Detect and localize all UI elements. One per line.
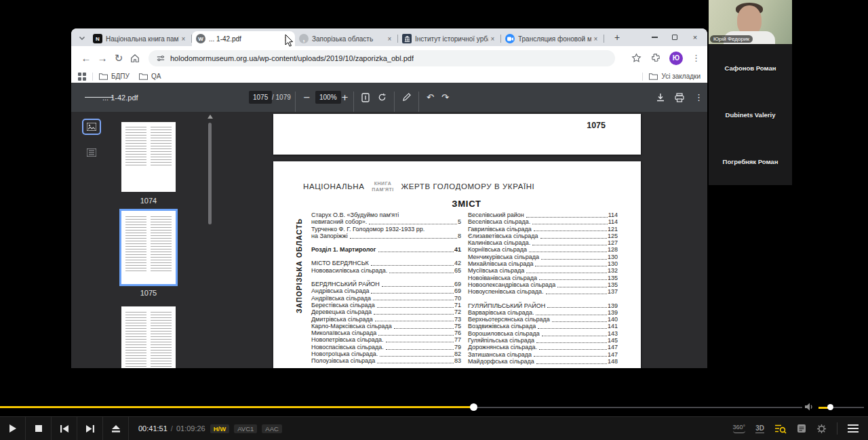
undo-icon[interactable]: ↶ <box>427 83 434 112</box>
pdf-page-input[interactable]: 1075 <box>249 91 272 104</box>
browser-tab[interactable]: Інститут історичної урбані× <box>398 31 501 46</box>
seek-bar-remaining[interactable] <box>473 407 802 408</box>
tab-close-icon[interactable]: × <box>488 35 497 43</box>
all-bookmarks[interactable]: Усі закладки <box>636 73 701 81</box>
back-button[interactable]: ← <box>78 50 94 66</box>
toc-dot-leader <box>373 300 454 300</box>
toc-dot-leader <box>378 335 454 336</box>
toc-entry-page: 139 <box>608 302 618 309</box>
page-thumbnail[interactable] <box>121 306 176 368</box>
toc-entry-label: Новопетрівська сільрада. <box>311 336 384 343</box>
outline-view-button[interactable] <box>83 146 100 159</box>
toc-entry: Деревецька сільрада72 <box>311 308 461 315</box>
toc-entry: Ворошиловська сільрада143 <box>468 330 618 337</box>
print-icon[interactable] <box>675 83 684 112</box>
settings-gear-icon[interactable] <box>816 424 827 434</box>
tab-close-icon[interactable]: × <box>179 35 188 43</box>
browser-tab[interactable]: ,Запорізька область× <box>295 31 398 46</box>
previous-button[interactable] <box>52 417 77 440</box>
toc-entry-page: 121 <box>608 226 618 233</box>
toc-entry-page: 135 <box>608 275 618 281</box>
page-thumbnail[interactable] <box>121 122 176 192</box>
tab-close-icon[interactable]: × <box>385 35 394 43</box>
toc-entry-page: 137 <box>608 288 618 295</box>
bookmark-star-icon[interactable] <box>631 53 642 63</box>
browser-menu-icon[interactable]: ⋮ <box>692 53 701 63</box>
volume-speaker-icon[interactable] <box>804 402 814 412</box>
close-window-button[interactable]: × <box>691 33 699 41</box>
toc-entry: Новоолександрівська сільрада135 <box>468 281 618 288</box>
zoom-in-icon[interactable]: + <box>341 83 349 112</box>
browser-tab[interactable]: NНаціональна книга пам'ят× <box>89 31 192 46</box>
toc-entry-page: 114 <box>608 218 618 225</box>
site-info-icon[interactable] <box>157 54 165 62</box>
tab-search-chevron-icon[interactable] <box>77 33 87 43</box>
address-bar[interactable]: holodomormuseum.org.ua/wp-content/upload… <box>149 50 615 66</box>
minimize-button[interactable] <box>650 33 658 41</box>
play-button[interactable] <box>0 417 26 440</box>
toc-entry-page: 140 <box>608 316 618 323</box>
toc-dot-leader <box>377 307 454 308</box>
playlist-doc-icon[interactable] <box>797 424 806 433</box>
total-duration: 01:09:26 <box>176 424 205 433</box>
time-display: 00:41:51 / 01:09:26 <box>138 424 205 433</box>
quote-site-icon: , <box>299 34 309 43</box>
toc-entry-label: Андріївська сільрада <box>311 295 371 302</box>
forward-button[interactable]: → <box>94 50 111 66</box>
toc-entry: на Запоріжжі8 <box>311 233 461 239</box>
maximize-button[interactable] <box>671 33 679 41</box>
new-tab-button[interactable]: + <box>611 31 623 43</box>
zoom-meeting-icon <box>505 34 515 43</box>
apps-grid-icon[interactable] <box>78 73 86 81</box>
tab-close-icon[interactable]: × <box>591 35 600 43</box>
pdf-zoom-level[interactable]: 100% <box>315 91 341 104</box>
toc-entry-label: Дорожнянська сільрада. <box>468 344 537 351</box>
download-icon[interactable] <box>656 83 665 112</box>
view-360-button[interactable]: 360° <box>733 424 746 433</box>
toc-entry: Полоузівська сільрада83 <box>311 357 461 364</box>
seek-handle[interactable] <box>470 403 477 411</box>
participant-tile: Погребняк Роман <box>709 138 792 185</box>
extensions-icon[interactable] <box>650 53 660 63</box>
rotate-icon[interactable] <box>378 83 387 112</box>
toc-entry-label: Веселівська сільрада. <box>468 218 530 225</box>
stop-button[interactable] <box>26 417 52 440</box>
seek-bar-filled[interactable] <box>0 406 473 408</box>
zoom-out-icon[interactable]: − <box>303 83 311 112</box>
player-menu-icon[interactable] <box>848 422 859 435</box>
reload-button[interactable]: ↻ <box>111 50 127 66</box>
toc-dot-leader <box>389 273 454 273</box>
toc-dot-leader <box>375 321 454 321</box>
tab-title: Запорізька область <box>312 35 385 43</box>
profile-avatar[interactable]: Ю <box>669 52 683 65</box>
thumbnail-page-number: 1075 <box>101 289 196 297</box>
toc-dot-leader <box>540 238 607 239</box>
toc-entry: Корніївська сільрада128 <box>468 246 618 253</box>
volume-handle[interactable] <box>827 404 833 410</box>
bookmark-label: БДПУ <box>111 73 130 80</box>
sidebar-scrollbar[interactable] <box>208 113 212 367</box>
page-thumbnail[interactable] <box>121 211 176 284</box>
toc-entry: Гуляйпільська сільрада145 <box>468 337 618 344</box>
redo-icon[interactable]: ↷ <box>441 83 449 112</box>
view-3d-button[interactable]: 3D <box>755 424 764 433</box>
toc-dot-leader <box>536 342 607 343</box>
toc-entry: Карло-Марксівська сільрада75 <box>311 323 461 329</box>
bookmark-folder[interactable]: QA <box>139 73 161 80</box>
home-button[interactable] <box>127 50 143 66</box>
toc-dot-leader <box>350 238 457 239</box>
bookmarks-bar: БДПУQA Усі закладки <box>71 70 707 83</box>
bookmark-folder[interactable]: БДПУ <box>99 73 130 80</box>
toc-entry-page: 128 <box>608 246 618 253</box>
browser-tab[interactable]: W... 1-42.pdf× <box>192 31 295 46</box>
toc-entry-page: 125 <box>608 233 618 239</box>
eject-button[interactable] <box>103 417 129 440</box>
annotate-pen-icon[interactable] <box>402 83 411 112</box>
next-button[interactable] <box>77 417 103 440</box>
pdf-more-icon[interactable]: ⋮ <box>694 83 703 112</box>
browser-tab[interactable]: Трансляция фоновой музы× <box>501 31 604 46</box>
toc-entry: Веселівський район114 <box>468 212 618 218</box>
fit-page-icon[interactable] <box>361 83 370 112</box>
thumbnail-view-button[interactable] <box>83 120 100 134</box>
search-playlist-icon[interactable] <box>774 424 787 434</box>
